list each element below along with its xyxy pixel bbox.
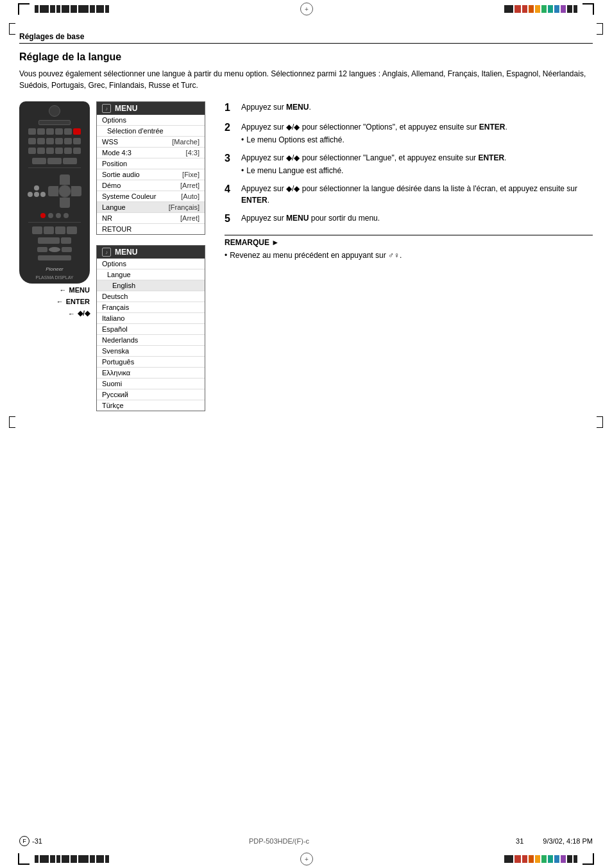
menu1-label-selection: Sélection d'entrée (107, 127, 164, 135)
bullet-2: • (241, 134, 244, 146)
menu2-label-portugues: Português (102, 358, 134, 366)
menu2-label-espanol: Español (102, 325, 128, 333)
menu1-label-nr: NR (102, 214, 112, 222)
remote-btn-round-3[interactable] (34, 192, 39, 197)
remote-btn-12[interactable] (28, 148, 36, 154)
menu2-label-english: English (107, 282, 135, 289)
remote-btn-menu[interactable] (38, 237, 60, 244)
bottom-center-crosshair: + (300, 853, 313, 865)
instruction-2: 2 Appuyez sur ◆/◆ pour sélectionner "Opt… (225, 121, 593, 146)
remote-btn-round-1[interactable] (34, 185, 39, 191)
menu2-row-turkish: Türkçe (97, 400, 205, 411)
remote-btn-wide-3[interactable] (63, 158, 77, 164)
remote-btn-9[interactable] (55, 138, 63, 144)
remote-btn-7[interactable] (37, 138, 45, 144)
bottom-right-segments (504, 853, 594, 865)
menu-box-2: ♪ MENU Options Langue English (96, 245, 205, 411)
remote-btn-6[interactable] (28, 138, 36, 144)
remote-btn-17[interactable] (73, 148, 81, 154)
page-footer: F -31 PDP-503HDE/(F)-c 31 9/3/02, 4:18 P… (19, 836, 593, 846)
menu1-row-demo: Démo [Arret] (97, 180, 205, 191)
remote-dpad (48, 174, 81, 208)
menu2-label-russian: Русский (102, 391, 128, 398)
instruction-4-bold: ENTER (241, 196, 268, 205)
remote-btn-round-2[interactable] (28, 192, 33, 197)
remote-btn-enter[interactable] (49, 247, 60, 252)
top-decoration: + (18, 3, 594, 15)
instruction-3-sub: • Le menu Langue est affiché. (241, 165, 593, 176)
remote-btn-up-arrow[interactable] (61, 237, 71, 244)
remote-btn-11[interactable] (73, 138, 81, 144)
remote-dpad-down[interactable] (60, 198, 70, 208)
remote-btn-16[interactable] (64, 148, 72, 154)
remote-dot-3 (64, 213, 69, 218)
remote-btn-wide-2[interactable] (47, 158, 62, 164)
enter-label: ← ENTER (56, 298, 90, 305)
instruction-5-bold: MENU (286, 214, 309, 223)
remote-btn-15[interactable] (55, 148, 63, 154)
remote-btn-bottom-wide[interactable] (38, 255, 71, 260)
remote-display-area (38, 120, 71, 125)
menu1-row-mode43: Mode 4:3 [4:3] (97, 148, 205, 158)
footer-center: PDP-503HDE/(F)-c (249, 837, 309, 845)
instruction-text-4: Appuyez sur ◆/◆ pour sélectionner la lan… (241, 183, 593, 206)
menu2-row-langue: Langue (97, 269, 205, 280)
instruction-text-5: Appuyez sur MENU pour sortir du menu. (241, 212, 593, 224)
footer-right-group: 31 9/3/02, 4:18 PM (516, 837, 593, 845)
menu1-value-demo: [Arret] (180, 182, 200, 189)
side-bracket-right-top (597, 23, 603, 35)
intro-text: Vous pouvez également sélectionner une l… (19, 68, 593, 91)
remote-btn-8[interactable] (46, 138, 54, 144)
remote-btn-d[interactable] (67, 226, 77, 234)
instruction-number-2: 2 (225, 121, 236, 135)
instruction-number-5: 5 (225, 212, 236, 226)
remote-btn-10[interactable] (64, 138, 72, 144)
remarque-bullet: • (225, 250, 227, 261)
remote-btn-wide-1[interactable] (32, 158, 46, 164)
arrows-arrow: ← (68, 310, 75, 318)
remote-btn-5[interactable] (64, 128, 72, 135)
menu1-label-wss: WSS (102, 138, 118, 146)
remote-brand: Pioneer (46, 266, 64, 272)
enter-label-text: ENTER (66, 298, 90, 305)
menu1-row-options: Options (97, 115, 205, 126)
remote-and-menu-area: Pioneer PLASMA DISPLAY ← MENU ← ENTER (19, 101, 205, 411)
remote-btn-14[interactable] (46, 148, 54, 154)
menu2-row-russian: Русский (97, 389, 205, 400)
remote-dot-1 (48, 213, 53, 218)
remarque-text: • Revenez au menu précédent en appuyant … (225, 250, 593, 261)
menu-label-text: MENU (69, 286, 90, 294)
remote-btn-round-4[interactable] (40, 192, 46, 197)
footer-left: F -31 (19, 836, 42, 846)
menu1-value-sortie: [Fixe] (182, 171, 200, 178)
instruction-5: 5 Appuyez sur MENU pour sortir du menu. (225, 212, 593, 226)
remote-dpad-left[interactable] (48, 186, 58, 196)
remote-btn-b[interactable] (44, 226, 54, 234)
remote-btn-right-nav[interactable] (62, 247, 72, 252)
instruction-3: 3 Appuyez sur ◆/◆ pour sélectionner "Lan… (225, 152, 593, 176)
remote-btn-4[interactable] (55, 128, 63, 135)
remote-dpad-center[interactable] (58, 185, 71, 198)
remote-btn-left-nav[interactable] (37, 247, 47, 252)
menu1-label-demo: Démo (102, 182, 121, 189)
remote-btn-c[interactable] (55, 226, 65, 234)
remote-btn-2[interactable] (37, 128, 45, 135)
instruction-number-4: 4 (225, 183, 236, 196)
remote-dpad-up[interactable] (60, 174, 70, 185)
remote-divider-1 (28, 167, 81, 168)
remote-dpad-right[interactable] (71, 186, 81, 196)
remote-btn-3[interactable] (46, 128, 54, 135)
footer-timestamp: 9/3/02, 4:18 PM (543, 837, 593, 845)
menu-icon-1: ♪ (102, 104, 111, 113)
remote-btn-power[interactable] (73, 128, 81, 135)
top-left-segments (18, 3, 109, 15)
instruction-4: 4 Appuyez sur ◆/◆ pour sélectionner la l… (225, 183, 593, 206)
remote-side-labels: ← MENU ← ENTER ← ◆/◆ (19, 286, 90, 318)
remote-btn-a[interactable] (32, 226, 42, 234)
remote-btn-1[interactable] (28, 128, 36, 135)
menu1-label-systeme: Systeme Couleur (102, 192, 156, 200)
bullet-3: • (241, 165, 244, 176)
menu2-row-italiano: Italiano (97, 313, 205, 324)
remote-container: Pioneer PLASMA DISPLAY ← MENU ← ENTER (19, 101, 90, 318)
remote-btn-13[interactable] (37, 148, 45, 154)
